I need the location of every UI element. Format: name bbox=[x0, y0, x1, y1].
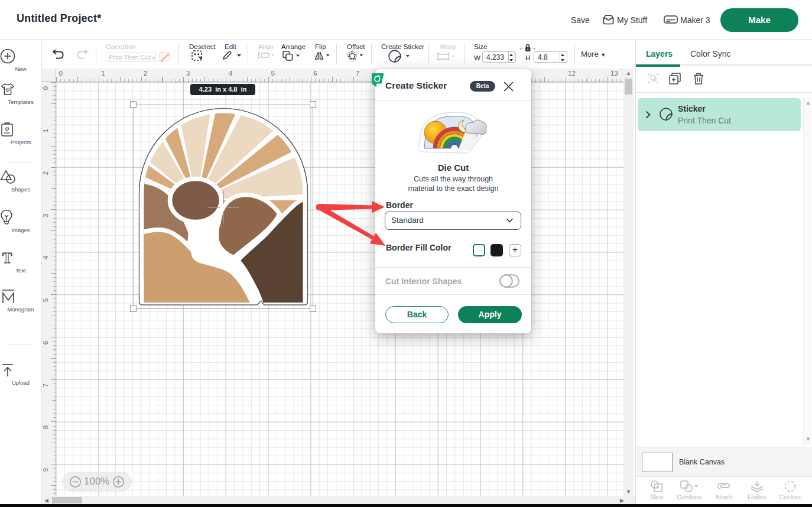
svg-text:T: T bbox=[2, 251, 12, 265]
